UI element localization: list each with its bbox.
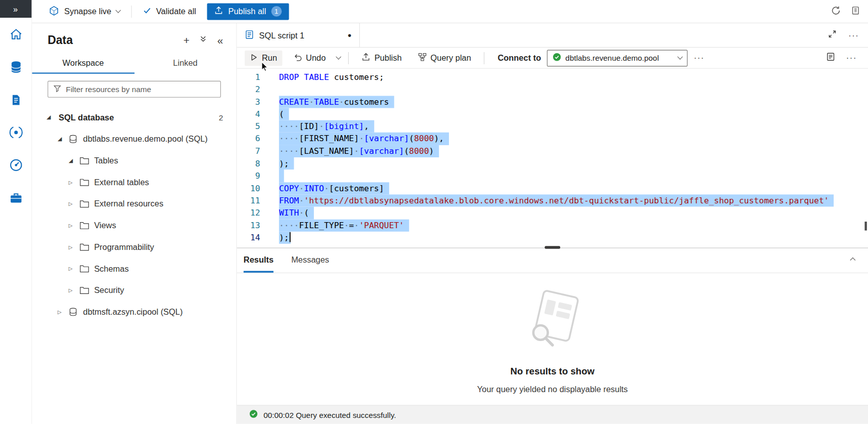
line-number[interactable]: 6 bbox=[237, 133, 279, 145]
tree-item-sql-database[interactable]: ◢SQL database2 bbox=[32, 106, 237, 128]
line-number[interactable]: 4 bbox=[237, 108, 279, 120]
actions-menu-button[interactable] bbox=[200, 35, 207, 45]
toolbar-more-button[interactable]: ··· bbox=[694, 53, 704, 63]
connected-check-icon bbox=[553, 53, 562, 63]
branch-mode-selector[interactable]: Synapse live bbox=[49, 5, 120, 17]
sql-pool-icon bbox=[69, 135, 82, 144]
caret-collapsed-icon[interactable]: ▷ bbox=[69, 287, 80, 293]
code-line-4[interactable]: 4( bbox=[237, 108, 868, 120]
filter-resources-input[interactable] bbox=[66, 85, 215, 94]
tab-results[interactable]: Results bbox=[244, 248, 273, 273]
caret-expanded-icon[interactable]: ◢ bbox=[69, 157, 80, 163]
caret-collapsed-icon[interactable]: ▷ bbox=[69, 179, 80, 185]
code-line-10[interactable]: 10COPY·INTO·[customers] bbox=[237, 182, 868, 194]
nav-develop[interactable] bbox=[7, 92, 25, 110]
double-chevron-right-icon: » bbox=[13, 4, 18, 14]
tree-item-label: Schemas bbox=[94, 264, 128, 273]
line-number[interactable]: 14 bbox=[237, 232, 279, 244]
properties-button[interactable] bbox=[826, 52, 835, 64]
nav-integrate[interactable] bbox=[7, 124, 25, 142]
add-resource-button[interactable]: + bbox=[184, 34, 190, 45]
code-line-2[interactable]: 2 bbox=[237, 83, 868, 96]
nav-expand-button[interactable]: » bbox=[0, 0, 31, 18]
run-button[interactable]: Run bbox=[245, 50, 282, 66]
caret-collapsed-icon[interactable]: ▷ bbox=[69, 244, 80, 249]
no-results-title: No results to show bbox=[511, 366, 595, 377]
code-line-12[interactable]: 12WITH·( bbox=[237, 207, 868, 219]
code-line-1[interactable]: 1DROP TABLE customers; bbox=[237, 71, 868, 83]
tab-workspace[interactable]: Workspace bbox=[32, 52, 134, 74]
line-number[interactable]: 3 bbox=[237, 96, 279, 108]
line-number[interactable]: 7 bbox=[237, 145, 279, 157]
pool-selector-dropdown[interactable]: dbtlabs.revenue.demo.pool bbox=[547, 50, 688, 66]
double-chevron-down-icon bbox=[200, 35, 207, 45]
line-number[interactable]: 8 bbox=[237, 157, 279, 169]
script-toolbar: Run Undo Publish Query plan bbox=[237, 48, 868, 69]
tree-item-dbtmsft-azsyn-cipool-sql[interactable]: ▷dbtmsft.azsyn.cipool (SQL) bbox=[32, 301, 237, 323]
tree-item-dbtlabs-revenue-demo-pool-sql[interactable]: ◢dbtlabs.revenue.demo.pool (SQL) bbox=[32, 128, 237, 150]
nav-monitor[interactable] bbox=[7, 157, 25, 175]
caret-expanded-icon[interactable]: ◢ bbox=[58, 136, 69, 142]
undo-label: Undo bbox=[306, 53, 326, 63]
publish-all-button[interactable]: Publish all 1 bbox=[207, 3, 289, 20]
line-number[interactable]: 2 bbox=[237, 83, 279, 96]
tree-item-schemas[interactable]: ▷Schemas bbox=[32, 258, 237, 279]
code-line-7[interactable]: 7····[LAST_NAME]·[varchar](8000) bbox=[237, 145, 868, 157]
caret-collapsed-icon[interactable]: ▷ bbox=[58, 309, 69, 314]
publish-button[interactable]: Publish bbox=[357, 50, 407, 66]
code-line-13[interactable]: 13····FILE_TYPE·=·'PARQUET' bbox=[237, 219, 868, 231]
tab-sql-script-1[interactable]: SQL script 1 ● bbox=[237, 23, 360, 47]
task-list-button[interactable] bbox=[851, 6, 860, 17]
line-number[interactable]: 1 bbox=[237, 71, 279, 83]
code-line-9[interactable]: 9 bbox=[237, 169, 868, 182]
tree-item-security[interactable]: ▷Security bbox=[32, 279, 237, 301]
undo-menu-button[interactable] bbox=[337, 57, 341, 59]
line-number[interactable]: 12 bbox=[237, 207, 279, 219]
collapse-panel-button[interactable]: « bbox=[217, 34, 223, 45]
code-line-11[interactable]: 11FROM·'https://dbtlabsynapsedatalake.bl… bbox=[237, 194, 868, 206]
collapse-results-button[interactable] bbox=[851, 256, 855, 262]
caret-collapsed-icon[interactable]: ▷ bbox=[69, 201, 80, 206]
caret-collapsed-icon[interactable]: ▷ bbox=[69, 266, 80, 271]
line-number[interactable]: 11 bbox=[237, 194, 279, 206]
filter-funnel-icon bbox=[53, 84, 61, 95]
undo-button[interactable]: Undo bbox=[288, 50, 331, 66]
pipeline-icon bbox=[9, 125, 23, 142]
code-text: ····FILE_TYPE·=·'PARQUET' bbox=[279, 219, 409, 231]
refresh-button[interactable] bbox=[831, 5, 841, 17]
line-number[interactable]: 10 bbox=[237, 182, 279, 194]
code-text: COPY·INTO·[customers] bbox=[279, 182, 389, 194]
code-text: ); bbox=[279, 157, 294, 169]
code-line-8[interactable]: 8); bbox=[237, 157, 868, 169]
nav-data[interactable] bbox=[7, 59, 25, 77]
tab-messages[interactable]: Messages bbox=[291, 248, 329, 273]
line-number[interactable]: 9 bbox=[237, 169, 279, 182]
tree-item-programmability[interactable]: ▷Programmability bbox=[32, 236, 237, 258]
code-line-3[interactable]: 3CREATE·TABLE·customers bbox=[237, 96, 868, 108]
code-line-5[interactable]: 5····[ID]·[bigint], bbox=[237, 120, 868, 133]
nav-home[interactable] bbox=[7, 27, 25, 45]
tree-item-tables[interactable]: ◢Tables bbox=[32, 150, 237, 172]
toolbar-right-more-button[interactable]: ··· bbox=[846, 53, 857, 63]
code-text: DROP TABLE customers; bbox=[279, 71, 384, 83]
tree-item-views[interactable]: ▷Views bbox=[32, 215, 237, 236]
tree-item-external-tables[interactable]: ▷External tables bbox=[32, 171, 237, 193]
tree-item-external-resources[interactable]: ▷External resources bbox=[32, 193, 237, 215]
expand-editor-button[interactable] bbox=[828, 30, 836, 40]
line-number[interactable]: 5 bbox=[237, 120, 279, 133]
code-line-6[interactable]: 6····[FIRST_NAME]·[varchar](8000), bbox=[237, 133, 868, 145]
sql-code-editor[interactable]: 1DROP TABLE customers;23CREATE·TABLE·cus… bbox=[237, 69, 868, 248]
code-line-14[interactable]: 14); bbox=[237, 232, 868, 244]
caret-collapsed-icon[interactable]: ▷ bbox=[69, 223, 80, 228]
branch-mode-label: Synapse live bbox=[64, 7, 111, 16]
nav-manage[interactable] bbox=[7, 190, 25, 208]
caret-expanded-icon[interactable]: ◢ bbox=[47, 114, 58, 120]
publish-label: Publish bbox=[375, 53, 402, 63]
query-plan-button[interactable]: Query plan bbox=[413, 50, 476, 66]
code-text: ); bbox=[279, 232, 291, 244]
code-text: ( bbox=[279, 108, 289, 120]
tab-linked[interactable]: Linked bbox=[134, 52, 237, 74]
validate-all-button[interactable]: Validate all bbox=[143, 6, 196, 17]
line-number[interactable]: 13 bbox=[237, 219, 279, 231]
tabstrip-more-button[interactable]: ··· bbox=[848, 30, 859, 40]
